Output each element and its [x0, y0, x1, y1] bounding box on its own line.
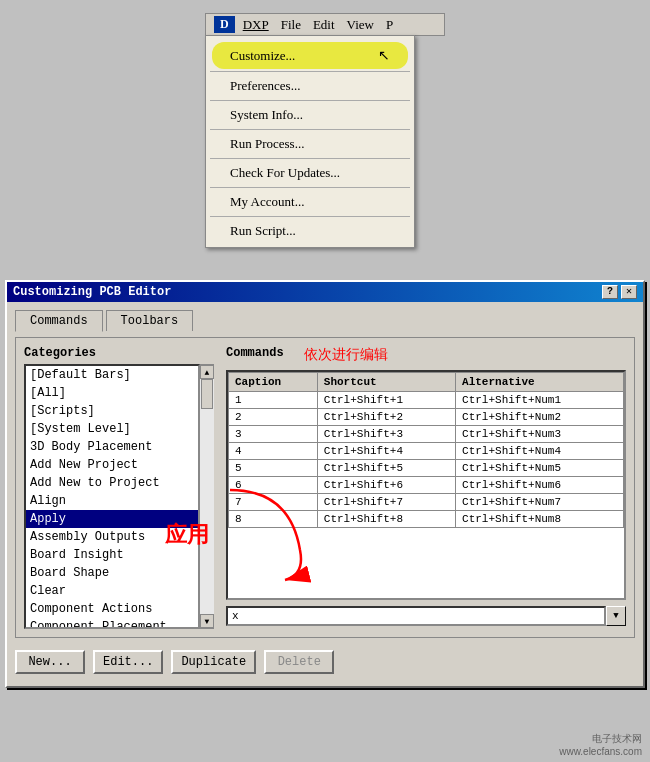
cat-system-level[interactable]: [System Level]	[26, 420, 198, 438]
shortcut-4: Ctrl+Shift+4	[317, 443, 455, 460]
scroll-down-arrow[interactable]: ▼	[200, 614, 214, 628]
commands-label: Commands	[226, 346, 284, 364]
menu-file[interactable]: File	[281, 17, 301, 33]
filter-area: x ▼	[226, 606, 626, 626]
scroll-up-arrow[interactable]: ▲	[200, 365, 214, 379]
run-script-menu-item[interactable]: Run Script...	[206, 219, 414, 243]
caption-7: 7	[229, 494, 318, 511]
dialog-titlebar: Customizing PCB Editor ? ✕	[7, 282, 643, 302]
alt-8: Ctrl+Shift+Num8	[456, 511, 624, 528]
commands-table: Caption Shortcut Alternative 1 Ctrl+Shif…	[228, 372, 624, 528]
categories-label: Categories	[24, 346, 214, 360]
cat-component-placement[interactable]: Component Placement	[26, 618, 198, 629]
shortcut-8: Ctrl+Shift+8	[317, 511, 455, 528]
commands-panel: Commands 依次进行编辑 Caption Shortcut Alterna…	[226, 346, 626, 629]
caption-6: 6	[229, 477, 318, 494]
tab-commands[interactable]: Commands	[15, 310, 103, 332]
table-row[interactable]: 4 Ctrl+Shift+4 Ctrl+Shift+Num4	[229, 443, 624, 460]
dialog-title: Customizing PCB Editor	[13, 285, 171, 299]
dialog-area: Customizing PCB Editor ? ✕ Commands Tool…	[0, 270, 650, 762]
table-row[interactable]: 7 Ctrl+Shift+7 Ctrl+Shift+Num7	[229, 494, 624, 511]
tab-toolbars[interactable]: Toolbars	[106, 310, 194, 331]
menu-dxp[interactable]: DXP	[243, 17, 269, 33]
close-button[interactable]: ✕	[621, 285, 637, 299]
col-shortcut: Shortcut	[317, 373, 455, 392]
help-button[interactable]: ?	[602, 285, 618, 299]
new-button[interactable]: New...	[15, 650, 85, 674]
filter-value: x	[232, 610, 239, 622]
alt-5: Ctrl+Shift+Num5	[456, 460, 624, 477]
filter-input[interactable]: x	[226, 606, 606, 626]
system-info-menu-item[interactable]: System Info...	[206, 103, 414, 127]
alt-2: Ctrl+Shift+Num2	[456, 409, 624, 426]
menu-view[interactable]: View	[347, 17, 374, 33]
cat-assembly-outputs[interactable]: Assembly Outputs	[26, 528, 198, 546]
dialog-content: Categories [Default Bars] [All] [Scripts…	[15, 337, 635, 638]
scrollbar-track	[200, 379, 214, 614]
table-row[interactable]: 6 Ctrl+Shift+6 Ctrl+Shift+Num6	[229, 477, 624, 494]
dialog-buttons: New... Edit... Duplicate Delete	[15, 646, 635, 678]
titlebar-buttons: ? ✕	[602, 285, 637, 299]
edit-button[interactable]: Edit...	[93, 650, 163, 674]
col-alternative: Alternative	[456, 373, 624, 392]
cat-apply[interactable]: Apply	[26, 510, 198, 528]
shortcut-5: Ctrl+Shift+5	[317, 460, 455, 477]
cat-align[interactable]: Align	[26, 492, 198, 510]
dxp-icon: D	[214, 16, 235, 33]
cat-clear[interactable]: Clear	[26, 582, 198, 600]
cat-all[interactable]: [All]	[26, 384, 198, 402]
categories-list[interactable]: [Default Bars] [All] [Scripts] [System L…	[24, 364, 200, 629]
alt-6: Ctrl+Shift+Num6	[456, 477, 624, 494]
shortcut-2: Ctrl+Shift+2	[317, 409, 455, 426]
shortcut-6: Ctrl+Shift+6	[317, 477, 455, 494]
scrollbar-thumb[interactable]	[201, 379, 213, 409]
categories-panel: Categories [Default Bars] [All] [Scripts…	[24, 346, 214, 629]
menu-edit[interactable]: Edit	[313, 17, 335, 33]
commands-header: Commands 依次进行编辑	[226, 346, 626, 364]
cat-scripts[interactable]: [Scripts]	[26, 402, 198, 420]
customize-menu-item[interactable]: Customize... ↖	[212, 42, 408, 69]
cat-default-bars[interactable]: [Default Bars]	[26, 366, 198, 384]
customizing-dialog: Customizing PCB Editor ? ✕ Commands Tool…	[5, 280, 645, 688]
table-row[interactable]: 2 Ctrl+Shift+2 Ctrl+Shift+Num2	[229, 409, 624, 426]
cat-add-new-project[interactable]: Add New Project	[26, 456, 198, 474]
customize-label: Customize...	[230, 48, 295, 64]
table-row[interactable]: 5 Ctrl+Shift+5 Ctrl+Shift+Num5	[229, 460, 624, 477]
cat-board-insight[interactable]: Board Insight	[26, 546, 198, 564]
cat-add-new-to-project[interactable]: Add New to Project	[26, 474, 198, 492]
shortcut-3: Ctrl+Shift+3	[317, 426, 455, 443]
alt-4: Ctrl+Shift+Num4	[456, 443, 624, 460]
cat-component-actions[interactable]: Component Actions	[26, 600, 198, 618]
table-row[interactable]: 3 Ctrl+Shift+3 Ctrl+Shift+Num3	[229, 426, 624, 443]
commands-annotation-cn: 依次进行编辑	[304, 346, 388, 364]
caption-3: 3	[229, 426, 318, 443]
preferences-menu-item[interactable]: Preferences...	[206, 74, 414, 98]
check-updates-menu-item[interactable]: Check For Updates...	[206, 161, 414, 185]
caption-4: 4	[229, 443, 318, 460]
dialog-body: Commands Toolbars Categories [Default Ba…	[7, 302, 643, 686]
caption-8: 8	[229, 511, 318, 528]
delete-button[interactable]: Delete	[264, 650, 334, 674]
alt-7: Ctrl+Shift+Num7	[456, 494, 624, 511]
table-row[interactable]: 8 Ctrl+Shift+8 Ctrl+Shift+Num8	[229, 511, 624, 528]
filter-dropdown-btn[interactable]: ▼	[606, 606, 626, 626]
cat-board-shape[interactable]: Board Shape	[26, 564, 198, 582]
duplicate-button[interactable]: Duplicate	[171, 650, 256, 674]
categories-scrollbar[interactable]: ▲ ▼	[200, 364, 214, 629]
caption-1: 1	[229, 392, 318, 409]
table-row[interactable]: 1 Ctrl+Shift+1 Ctrl+Shift+Num1	[229, 392, 624, 409]
shortcut-1: Ctrl+Shift+1	[317, 392, 455, 409]
run-process-menu-item[interactable]: Run Process...	[206, 132, 414, 156]
caption-2: 2	[229, 409, 318, 426]
dialog-tabs: Commands Toolbars	[15, 310, 635, 331]
alt-3: Ctrl+Shift+Num3	[456, 426, 624, 443]
my-account-menu-item[interactable]: My Account...	[206, 190, 414, 214]
caption-5: 5	[229, 460, 318, 477]
shortcut-7: Ctrl+Shift+7	[317, 494, 455, 511]
categories-list-container: [Default Bars] [All] [Scripts] [System L…	[24, 364, 214, 629]
top-menu-area: D DXP File Edit View P Customize... ↖ Pr…	[0, 0, 650, 270]
alt-1: Ctrl+Shift+Num1	[456, 392, 624, 409]
commands-table-container: Caption Shortcut Alternative 1 Ctrl+Shif…	[226, 370, 626, 600]
cat-3d-body[interactable]: 3D Body Placement	[26, 438, 198, 456]
menu-p[interactable]: P	[386, 17, 393, 33]
